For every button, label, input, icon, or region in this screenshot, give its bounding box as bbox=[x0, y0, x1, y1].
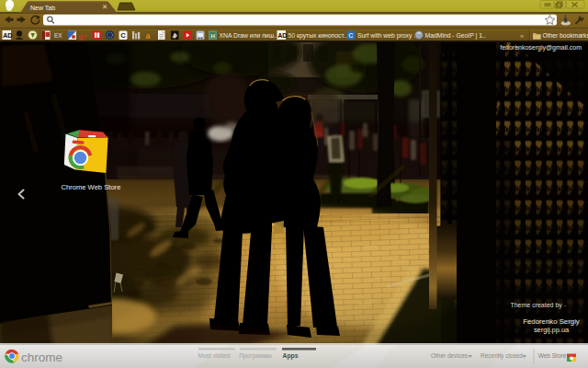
svg-text:Most visited: Most visited bbox=[198, 352, 231, 359]
svg-text:Программы: Программы bbox=[239, 352, 272, 360]
svg-text:AD: AD bbox=[3, 32, 12, 39]
svg-text:»: » bbox=[520, 32, 524, 40]
svg-text:Surf with web proxy ...: Surf with web proxy ... bbox=[357, 32, 419, 40]
svg-text:XNA Draw или пиш...: XNA Draw или пиш... bbox=[220, 32, 279, 39]
svg-text:C: C bbox=[348, 31, 353, 40]
svg-text:EX: EX bbox=[54, 32, 62, 39]
svg-text:New Tab: New Tab bbox=[30, 5, 55, 11]
svg-text:Other devices: Other devices bbox=[431, 352, 469, 359]
svg-text:H: H bbox=[211, 32, 216, 39]
svg-text:sergij.pp.ua: sergij.pp.ua bbox=[534, 326, 570, 334]
svg-text:fedorenkosergiy@gmail.com: fedorenkosergiy@gmail.com bbox=[500, 44, 582, 52]
svg-text:MadMind - GeoIP | 1..: MadMind - GeoIP | 1.. bbox=[425, 32, 486, 40]
svg-text:chrome: chrome bbox=[21, 351, 62, 364]
svg-text:50 крутых кинопост...: 50 крутых кинопост... bbox=[288, 32, 349, 40]
svg-text:Chrome Web Store: Chrome Web Store bbox=[62, 183, 121, 191]
svg-text:Apps: Apps bbox=[283, 352, 299, 360]
svg-text:C: C bbox=[120, 31, 126, 40]
svg-text:AD: AD bbox=[277, 32, 287, 39]
svg-text:Other bookmarks: Other bookmarks bbox=[543, 32, 588, 39]
svg-text:Web Store: Web Store bbox=[538, 352, 567, 359]
svg-text:Recently closed: Recently closed bbox=[481, 352, 523, 360]
svg-text:Theme created by ~: Theme created by ~ bbox=[510, 302, 566, 309]
svg-text:a: a bbox=[146, 31, 151, 40]
svg-text:g+: g+ bbox=[79, 32, 88, 40]
